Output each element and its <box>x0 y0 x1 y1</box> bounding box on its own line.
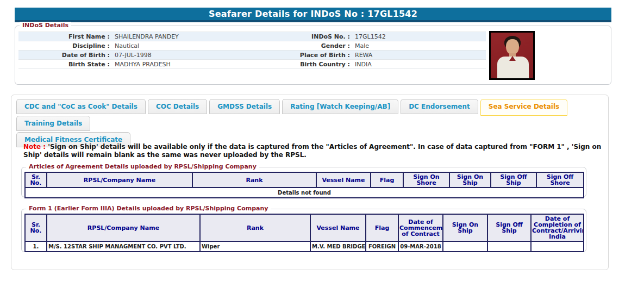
tab-training-details[interactable]: Training Details <box>16 116 90 131</box>
form1-cell-sr-no: 1. <box>25 241 47 252</box>
articles-col-sign-on-shore: Sign On Shore <box>403 172 449 188</box>
form1-header-row: Sr. No. RPSL/Company Name Rank Vessel Na… <box>25 214 584 241</box>
form1-cell-sign-on-ship <box>443 241 487 252</box>
tab-coc-details[interactable]: COC Details <box>148 99 207 114</box>
form1-cell-sign-off-ship <box>487 241 531 252</box>
first-name-value: SHAILENDRA PANDEY <box>112 33 249 40</box>
tab-dc-endorsement[interactable]: DC Endorsement <box>401 99 478 114</box>
articles-col-rank: Rank <box>192 172 316 188</box>
articles-col-sign-on-ship: Sign On Ship <box>449 172 491 188</box>
form1-section: Form 1 (Earlier Form IIIA) Details uploa… <box>21 209 586 252</box>
date-of-birth-label: Date of Birth : <box>18 52 112 59</box>
note: Note : 'Sign on Ship' details will be av… <box>23 143 603 159</box>
page-title-bar: Seafarer Details for INDoS No : 17GL1542 <box>15 8 611 22</box>
gender-value: Male <box>352 42 486 49</box>
articles-col-company: RPSL/Company Name <box>47 172 192 188</box>
articles-legend: Articles of Agreement Details uploaded b… <box>26 163 259 170</box>
form1-cell-flag: FOREIGN <box>366 241 398 252</box>
note-prefix: Note : <box>23 143 46 151</box>
tab-gmdss-details[interactable]: GMDSS Details <box>209 99 280 114</box>
articles-col-sign-off-shore: Sign Off Shore <box>536 172 584 188</box>
form1-col-company: RPSL/Company Name <box>47 214 200 241</box>
form1-col-date-commencement: Date of Commencement of Contract <box>398 214 443 241</box>
birth-country-value: INDIA <box>352 61 486 68</box>
form1-col-sr-no: Sr. No. <box>25 214 47 241</box>
discipline-label: Discipline : <box>18 42 112 49</box>
indos-row-birth-state: Birth State : MADHYA PRADESH Birth Count… <box>18 60 486 69</box>
gender-label: Gender : <box>249 42 352 49</box>
form1-cell-date-commencement: 09-MAR-2018 <box>398 241 443 252</box>
form1-col-date-completion: Date of Completion of Contract/Arriving … <box>531 214 584 241</box>
birth-state-label: Birth State : <box>18 61 112 68</box>
articles-col-flag: Flag <box>371 172 403 188</box>
form1-col-rank: Rank <box>200 214 310 241</box>
birth-state-value: MADHYA PRADESH <box>112 61 249 68</box>
articles-empty-row: Details not found <box>25 188 584 198</box>
indos-details-legend: INDoS Details <box>20 22 71 29</box>
articles-col-vessel: Vessel Name <box>316 172 371 188</box>
tab-sea-service-details[interactable]: Sea Service Details <box>480 99 567 116</box>
birth-country-label: Birth Country : <box>249 61 352 68</box>
indos-details-grid: First Name : SHAILENDRA PANDEY INDoS No.… <box>18 32 486 69</box>
form1-col-sign-on-ship: Sign On Ship <box>443 214 487 241</box>
date-of-birth-value: 07-JUL-1998 <box>112 52 249 59</box>
indos-details-section: INDoS Details First Name : SHAILENDRA PA… <box>15 26 611 85</box>
seafarer-photo <box>489 31 535 80</box>
indos-no-label: INDoS No. : <box>249 33 352 40</box>
tab-rating-watch-keeping-ab[interactable]: Rating [Watch Keeping/AB] <box>282 99 398 114</box>
place-of-birth-label: Place of Birth : <box>249 52 352 59</box>
form1-col-vessel: Vessel Name <box>310 214 366 241</box>
indos-no-value: 17GL1542 <box>352 33 486 40</box>
articles-header-row: Sr. No. RPSL/Company Name Rank Vessel Na… <box>25 172 584 188</box>
place-of-birth-value: REWA <box>352 52 486 59</box>
form1-cell-company: M/S. 12STAR SHIP MANAGMENT CO. PVT LTD. <box>47 241 200 252</box>
details-not-found-message: Details not found <box>25 188 584 198</box>
articles-col-sr-no: Sr. No. <box>25 172 47 188</box>
tab-panel: CDC and "CoC as Cook" DetailsCOC Details… <box>11 95 609 270</box>
form1-cell-rank: Wiper <box>200 241 310 252</box>
articles-table: Sr. No. RPSL/Company Name Rank Vessel Na… <box>24 172 584 198</box>
page: Seafarer Details for INDoS No : 17GL1542… <box>0 0 644 281</box>
page-title: Seafarer Details for INDoS No : 17GL1542 <box>209 9 417 19</box>
form1-table: Sr. No. RPSL/Company Name Rank Vessel Na… <box>24 214 584 252</box>
form1-legend: Form 1 (Earlier Form IIIA) Details uploa… <box>26 205 271 212</box>
tab-cdc-coc-as-cook-details[interactable]: CDC and "CoC as Cook" Details <box>16 99 146 114</box>
form1-cell-vessel: M.V. MED BRIDGE <box>310 241 366 252</box>
form1-col-flag: Flag <box>366 214 398 241</box>
form1-data-row: 1. M/S. 12STAR SHIP MANAGMENT CO. PVT LT… <box>25 241 584 252</box>
form1-col-sign-off-ship: Sign Off Ship <box>487 214 531 241</box>
articles-col-sign-off-ship: Sign Off Ship <box>491 172 536 188</box>
indos-row-date-of-birth: Date of Birth : 07-JUL-1998 Place of Bir… <box>18 51 486 60</box>
note-text: 'Sign on Ship' details will be available… <box>23 143 601 159</box>
form1-cell-date-completion <box>531 241 584 252</box>
articles-of-agreement-section: Articles of Agreement Details uploaded b… <box>21 167 586 197</box>
tab-bar-row-1: CDC and "CoC as Cook" DetailsCOC Details… <box>11 95 608 131</box>
photo-face-shape <box>506 39 519 55</box>
indos-row-discipline: Discipline : Nautical Gender : Male <box>18 41 486 51</box>
discipline-value: Nautical <box>112 42 249 49</box>
indos-row-first-name: First Name : SHAILENDRA PANDEY INDoS No.… <box>18 32 486 41</box>
first-name-label: First Name : <box>18 33 112 40</box>
